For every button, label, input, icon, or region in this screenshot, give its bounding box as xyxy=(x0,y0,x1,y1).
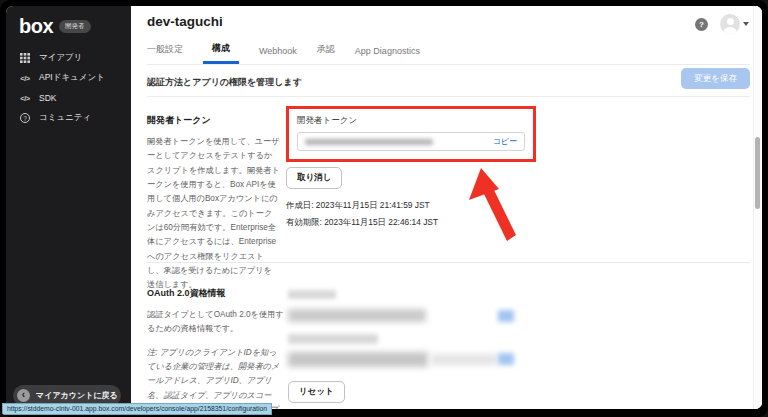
client-secret-value-redacted xyxy=(288,352,428,367)
subheader-text: 認証方法とアプリの権限を管理します xyxy=(147,76,302,89)
avatar[interactable] xyxy=(720,14,740,34)
avatar-head xyxy=(727,18,734,25)
token-section-body: 開発者トークンを使用して、ユーザーとしてアクセスをテストするかスクリプトを作成し… xyxy=(147,135,280,293)
chevron-down-icon[interactable] xyxy=(743,22,749,26)
token-section-heading: 開発者トークン xyxy=(147,114,280,127)
reset-button[interactable]: リセット xyxy=(288,381,345,403)
chevron-left-icon: ‹ xyxy=(17,389,30,402)
token-value-redacted xyxy=(305,139,433,145)
client-secret-field-redacted[interactable] xyxy=(288,351,514,368)
tab-app-diagnostics[interactable]: App Diagnostics xyxy=(355,46,420,64)
sidebar-item-api-docs[interactable]: </> APIドキュメント xyxy=(6,68,131,88)
save-changes-button[interactable]: 変更を保存 xyxy=(681,68,750,89)
revoke-button[interactable]: 取り消し xyxy=(286,167,342,189)
client-secret-extra-redacted xyxy=(431,354,497,365)
token-section-panel: 開発者トークン コピー 取り消し 作成日: 2023年11月15日 21:41:… xyxy=(286,106,536,228)
tab-general-settings[interactable]: 一般設定 xyxy=(147,43,183,64)
client-id-label-redacted xyxy=(288,290,336,299)
box-logo: box xyxy=(19,16,53,36)
oauth-section-heading: OAuth 2.0資格情報 xyxy=(147,287,284,300)
divider xyxy=(147,96,750,97)
tab-webhook[interactable]: Webhook xyxy=(259,46,297,64)
client-id-field-redacted[interactable] xyxy=(288,308,514,324)
token-field-label: 開発者トークン xyxy=(297,115,525,127)
code-icon: </> xyxy=(19,74,31,83)
back-button-label: マイアカウントに戻る xyxy=(36,390,118,401)
annotation-red-box: 開発者トークン コピー xyxy=(286,106,536,162)
oauth-section-body: 認証タイプとしてOAuth 2.0を使用するための資格情報です。 xyxy=(147,308,284,337)
copy-link[interactable]: コピー xyxy=(493,136,517,147)
sidebar-nav: マイアプリ </> APIドキュメント </> SDK ? コミュニティ xyxy=(6,48,131,128)
oauth-credentials-panel: リセット xyxy=(288,287,514,403)
oauth-section-description: OAuth 2.0資格情報 認証タイプとしてOAuth 2.0を使用するための資… xyxy=(147,287,284,409)
sidebar-item-community[interactable]: ? コミュニティ xyxy=(6,108,131,128)
help-icon[interactable]: ? xyxy=(695,18,708,31)
scrollbar-thumb[interactable] xyxy=(755,137,760,209)
developer-token-input[interactable]: コピー xyxy=(297,132,525,151)
scrollbar-track[interactable] xyxy=(753,6,762,409)
sidebar-item-label: マイアプリ xyxy=(39,52,83,64)
sidebar-item-label: SDK xyxy=(39,93,56,103)
tab-approval[interactable]: 承認 xyxy=(317,43,335,64)
sidebar-item-label: APIドキュメント xyxy=(39,72,105,84)
sidebar-item-sdk[interactable]: </> SDK xyxy=(6,88,131,108)
copy-link-redacted xyxy=(498,353,514,365)
token-expiry-date: 有効期限: 2023年11月15日 22:46:14 JST xyxy=(286,217,536,228)
sidebar: box 開発者 マイアプリ </> APIドキュメント </> SDK xyxy=(6,6,131,409)
main-content: dev-taguchi ? 一般設定 構成 Webhook 承認 App Dia… xyxy=(131,6,762,409)
client-secret-label-redacted xyxy=(288,334,378,344)
question-circle-icon: ? xyxy=(19,113,31,123)
screenshot-frame: box 開発者 マイアプリ </> APIドキュメント </> SDK xyxy=(0,0,768,417)
avatar-torso xyxy=(723,27,737,35)
token-created-date: 作成日: 2023年11月15日 21:41:59 JST xyxy=(286,200,536,211)
tab-bar: 一般設定 構成 Webhook 承認 App Diagnostics xyxy=(147,42,750,65)
divider xyxy=(147,262,750,263)
code-icon: </> xyxy=(19,94,31,103)
client-id-value-redacted xyxy=(288,309,426,322)
tab-configuration[interactable]: 構成 xyxy=(203,42,239,64)
app-window: box 開発者 マイアプリ </> APIドキュメント </> SDK xyxy=(6,6,762,409)
sidebar-item-label: コミュニティ xyxy=(39,112,91,124)
developer-badge: 開発者 xyxy=(59,20,91,33)
status-url-tooltip: https://stddemo-clntv-001.app.box.com/de… xyxy=(2,403,272,416)
copy-link-redacted xyxy=(498,310,514,322)
logo-row: box 開発者 xyxy=(19,16,91,36)
page-title: dev-taguchi xyxy=(147,14,223,29)
oauth-section-note: 注: アプリのクライアントIDを知っている企業の管理者は、開発者のメールアドレス… xyxy=(147,346,284,409)
token-section-description: 開発者トークン 開発者トークンを使用して、ユーザーとしてアクセスをテストするかス… xyxy=(147,114,280,293)
sidebar-item-my-apps[interactable]: マイアプリ xyxy=(6,48,131,68)
grid-icon xyxy=(19,53,31,63)
